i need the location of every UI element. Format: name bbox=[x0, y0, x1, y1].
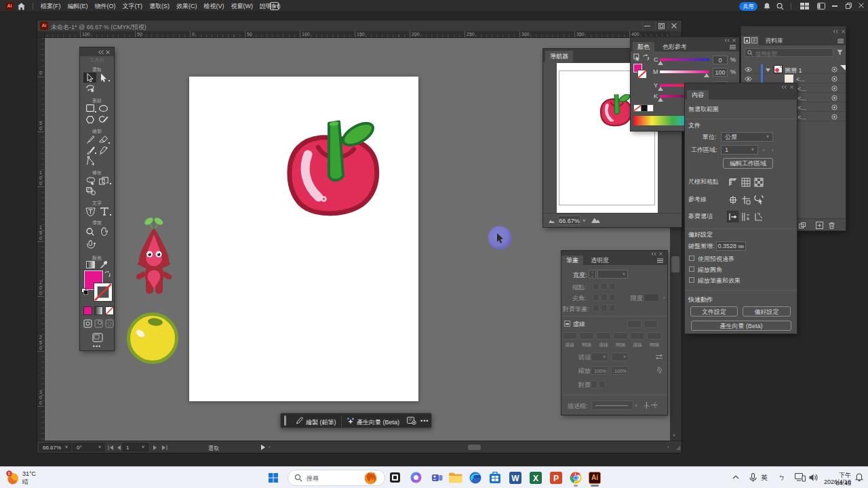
svg-text:X: X bbox=[533, 474, 538, 483]
svg-text:6: 6 bbox=[8, 471, 11, 476]
svg-text:W: W bbox=[511, 474, 519, 483]
svg-text:P: P bbox=[553, 474, 559, 483]
